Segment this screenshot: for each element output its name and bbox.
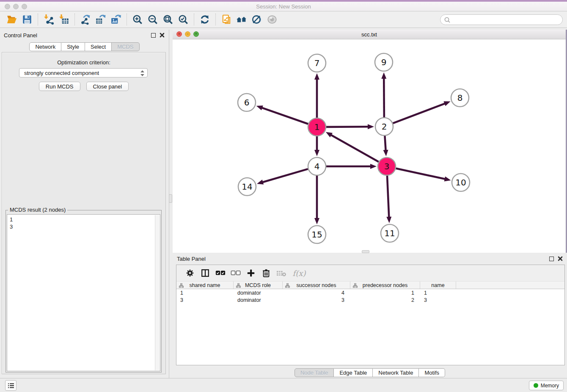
- add-row-icon[interactable]: [243, 267, 259, 279]
- column-header-predecessor-nodes[interactable]: predecessor nodes: [350, 282, 420, 289]
- control-panel-tabs: NetworkStyleSelectMCDS: [0, 42, 169, 51]
- table-header-row: shared nameMCDS rolesuccessor nodesprede…: [176, 281, 564, 289]
- graph-node-8[interactable]: 8: [451, 89, 469, 107]
- memory-button[interactable]: Memory: [529, 381, 564, 390]
- graph-node-15[interactable]: 15: [308, 226, 326, 243]
- run-mcds-button[interactable]: Run MCDS: [39, 82, 80, 91]
- table-cell[interactable]: 2: [350, 297, 420, 303]
- svg-text:14: 14: [242, 182, 252, 192]
- vertical-splitter-handle[interactable]: [169, 194, 172, 203]
- graph-edge-4-14[interactable]: [262, 169, 308, 182]
- toolbar-separator: [127, 14, 127, 25]
- refresh-layout-icon[interactable]: [198, 13, 211, 26]
- table-cell[interactable]: dominator: [234, 297, 283, 303]
- home-icon[interactable]: [235, 13, 248, 26]
- graph-node-11[interactable]: 11: [381, 224, 399, 242]
- graph-node-14[interactable]: 14: [238, 178, 256, 196]
- mcds-result-box[interactable]: 1 3: [7, 214, 160, 371]
- graph-edge-arrowhead: [383, 150, 388, 156]
- graph-edge-1-6[interactable]: [261, 108, 308, 124]
- deselect-all-icon[interactable]: [228, 267, 243, 279]
- column-visibility-icon[interactable]: [198, 267, 213, 279]
- save-session-icon[interactable]: [21, 13, 33, 26]
- horizontal-splitter-handle[interactable]: [362, 250, 369, 253]
- zoom-fit-icon[interactable]: [162, 13, 174, 26]
- graph-edge-3-1[interactable]: [330, 135, 378, 162]
- table-cell[interactable]: 3: [283, 297, 350, 303]
- clone-network-icon[interactable]: [220, 13, 233, 26]
- column-header-name[interactable]: name: [420, 282, 456, 289]
- criterion-select[interactable]: strongly connected component: [19, 68, 148, 77]
- table-settings-gear-icon[interactable]: [182, 267, 198, 279]
- table-cell[interactable]: 1: [420, 290, 456, 296]
- graph-edge-3-11[interactable]: [387, 176, 389, 218]
- svg-text:15: 15: [311, 229, 322, 240]
- graph-edge-2-8[interactable]: [393, 103, 446, 123]
- graph-edge-arrowhead: [368, 124, 374, 129]
- graph-edge-2-9[interactable]: [384, 77, 384, 117]
- graph-node-1[interactable]: 1: [308, 118, 326, 136]
- search-input[interactable]: [440, 14, 563, 25]
- graph-node-2[interactable]: 2: [375, 118, 393, 135]
- graph-node-6[interactable]: 6: [238, 94, 256, 111]
- task-history-button[interactable]: [5, 380, 17, 391]
- tab-motifs[interactable]: Motifs: [419, 368, 445, 377]
- zoom-out-icon[interactable]: [146, 13, 159, 26]
- result-scrollbar[interactable]: [155, 215, 160, 370]
- select-all-icon[interactable]: [213, 267, 228, 279]
- delete-table-icon[interactable]: [274, 267, 289, 279]
- graph-edge-3-10[interactable]: [396, 168, 446, 179]
- filter-icon[interactable]: [250, 13, 263, 26]
- table-cell[interactable]: 1: [350, 290, 420, 296]
- open-file-icon[interactable]: [6, 13, 18, 26]
- import-network-icon[interactable]: [42, 13, 55, 26]
- tab-network-table[interactable]: Network Table: [373, 368, 419, 377]
- float-table-panel-icon[interactable]: [549, 257, 554, 261]
- graph-edge-arrowhead: [443, 101, 450, 106]
- import-table-icon[interactable]: [58, 13, 70, 26]
- table-cell[interactable]: 4: [283, 290, 350, 296]
- export-network-icon[interactable]: [79, 13, 92, 26]
- graph-edge-2-3[interactable]: [385, 136, 385, 151]
- close-panel-button[interactable]: Close panel: [86, 82, 129, 91]
- function-builder-icon[interactable]: f(x): [289, 267, 309, 279]
- table-row[interactable]: 3dominator323: [176, 296, 564, 304]
- tab-node-table[interactable]: Node Table: [295, 368, 334, 377]
- close-panel-icon[interactable]: [160, 33, 165, 38]
- toolbar-separator: [74, 14, 75, 25]
- table-panel: Table Panel f(x) shared nameMCDS rolesuc…: [173, 254, 567, 380]
- delete-row-trash-icon[interactable]: [259, 267, 274, 279]
- column-header-MCDS-role[interactable]: MCDS role: [234, 282, 283, 289]
- float-panel-icon[interactable]: [151, 33, 156, 38]
- graph-edge-arrowhead: [257, 179, 264, 185]
- tab-select[interactable]: Select: [85, 42, 112, 51]
- graph-edge-arrowhead: [314, 218, 319, 224]
- table-cell[interactable]: dominator: [234, 290, 283, 296]
- tab-mcds[interactable]: MCDS: [112, 42, 139, 51]
- svg-text:1: 1: [314, 122, 320, 132]
- table-cell[interactable]: 3: [176, 297, 234, 303]
- network-window-titlebar[interactable]: × − + scc.txt: [173, 30, 566, 39]
- eye-icon[interactable]: [266, 13, 278, 26]
- graph-node-3[interactable]: 3: [378, 157, 396, 175]
- graph-node-4[interactable]: 4: [308, 157, 326, 175]
- export-image-icon[interactable]: [110, 13, 122, 26]
- tab-style[interactable]: Style: [61, 42, 85, 51]
- zoom-selected-icon[interactable]: [177, 13, 190, 26]
- close-table-panel-icon[interactable]: [558, 256, 563, 261]
- zoom-in-icon[interactable]: [131, 13, 144, 26]
- table-cell[interactable]: 3: [420, 297, 456, 303]
- status-bar: Memory: [0, 378, 567, 392]
- graph-edge-1-2[interactable]: [326, 127, 369, 127]
- export-table-icon[interactable]: [94, 13, 107, 26]
- network-canvas[interactable]: 7968124314101511: [173, 39, 566, 252]
- table-row[interactable]: 1dominator411: [176, 289, 564, 296]
- tab-network[interactable]: Network: [29, 42, 61, 51]
- tab-edge-table[interactable]: Edge Table: [334, 368, 373, 377]
- graph-node-9[interactable]: 9: [375, 53, 393, 71]
- table-cell[interactable]: 1: [176, 290, 234, 296]
- column-header-shared-name[interactable]: shared name: [176, 282, 234, 289]
- graph-node-7[interactable]: 7: [308, 54, 326, 72]
- graph-node-10[interactable]: 10: [452, 174, 470, 191]
- column-header-successor-nodes[interactable]: successor nodes: [283, 282, 350, 289]
